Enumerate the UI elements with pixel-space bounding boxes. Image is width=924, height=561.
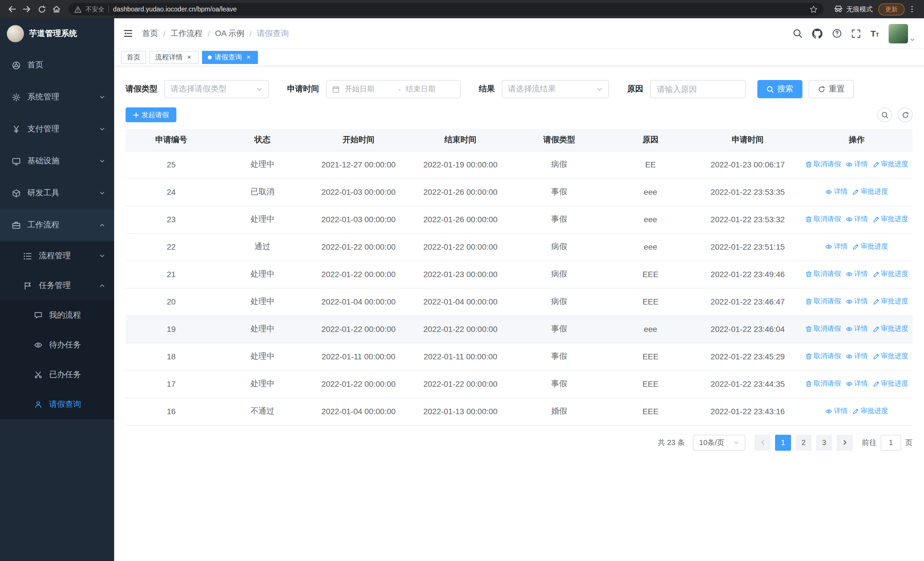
detail-action[interactable]: 详情 [846,379,868,389]
browser-back-icon[interactable] [4,2,20,17]
detail-action[interactable]: 详情 [846,352,868,361]
page-size-select[interactable]: 10条/页 [693,435,746,450]
tab-home[interactable]: 首页 [121,51,146,64]
create-leave-button[interactable]: 发起请假 [126,107,176,122]
sidebar-item-payment[interactable]: 支付管理 [0,113,114,145]
cell-apply-time: 2022-01-22 23:53:32 [694,206,801,233]
approval-progress-action[interactable]: 审批进度 [872,379,908,389]
detail-action[interactable]: 详情 [825,242,848,252]
reset-button[interactable]: 重置 [809,80,854,98]
approval-progress-action[interactable]: 审批进度 [852,242,888,252]
sidebar-item-leave-query[interactable]: 请假查询 [0,390,114,419]
collapse-sidebar-icon[interactable] [123,29,133,38]
browser-reload-icon[interactable] [34,2,49,17]
cancel-leave-action[interactable]: 取消请假 [805,379,841,389]
user-avatar [889,24,908,43]
user-icon [33,400,43,409]
cancel-leave-action[interactable]: 取消请假 [805,352,841,361]
breadcrumb-item-workflow[interactable]: 工作流程 [171,28,202,39]
page-button-3[interactable]: 3 [816,435,832,450]
approval-progress-action[interactable]: 审批进度 [872,160,908,169]
page-button-2[interactable]: 2 [796,435,812,450]
url-text[interactable]: dashboard.yudao.iocoder.cn/bpm/oa/leave [113,6,805,12]
leave-type-select[interactable]: 请选择请假类型 [164,80,269,98]
cancel-leave-action[interactable]: 取消请假 [805,269,841,279]
toggle-search-button[interactable] [877,107,892,122]
detail-action[interactable]: 详情 [846,324,868,334]
prev-page-button[interactable] [754,435,771,450]
approval-progress-action[interactable]: 审批进度 [852,187,888,197]
detail-action[interactable]: 详情 [825,187,848,197]
sidebar-item-home[interactable]: 首页 [0,49,114,81]
approval-progress-action[interactable]: 审批进度 [872,297,908,307]
detail-action[interactable]: 详情 [825,406,848,416]
result-select[interactable]: 请选择流结果 [502,80,609,98]
tab-process-detail[interactable]: 流程详情 × [150,51,199,64]
refresh-table-button[interactable] [898,107,913,122]
apply-time-range-picker[interactable]: 开始日期 - 结束日期 [326,80,460,98]
detail-action[interactable]: 详情 [846,297,868,307]
trash-icon [805,161,812,168]
approval-progress-action[interactable]: 审批进度 [872,215,908,224]
page-button-1[interactable]: 1 [775,435,791,450]
cell-apply-time: 2022-01-22 23:46:04 [694,315,801,343]
sidebar-item-workflow[interactable]: 工作流程 [0,209,114,241]
update-button[interactable]: 更新 [878,3,904,15]
detail-action[interactable]: 详情 [846,269,868,279]
filter-bar: 请假类型 请选择请假类型 申请时间 [126,80,913,98]
app-logo[interactable]: 芋道管理系统 [0,18,114,49]
eye-icon [846,381,852,387]
font-size-icon[interactable]: TT [871,29,879,38]
cell-apply-time: 2022-01-22 23:53:35 [694,178,801,206]
cell-reason: EEE [606,343,694,370]
close-tab-icon[interactable]: × [245,54,252,61]
cancel-leave-action[interactable]: 取消请假 [805,324,841,334]
sidebar-item-done-tasks[interactable]: 已办任务 [0,360,114,390]
address-bar[interactable]: 不安全 dashboard.yudao.iocoder.cn/bpm/oa/le… [69,3,824,15]
browser-home-icon[interactable] [49,2,64,17]
approval-progress-action[interactable]: 审批进度 [872,352,908,361]
eye-icon [825,408,832,415]
breadcrumb-item-home[interactable]: 首页 [142,28,158,39]
sidebar-item-todo-tasks[interactable]: 待办任务 [0,330,114,360]
fullscreen-icon[interactable] [852,29,861,38]
detail-action[interactable]: 详情 [846,160,868,169]
search-icon[interactable] [793,29,803,38]
cell-actions: 取消请假详情审批进度 [801,288,913,315]
browser-forward-icon[interactable] [20,2,34,17]
github-icon[interactable] [812,28,823,39]
approval-progress-action[interactable]: 审批进度 [872,269,908,279]
start-date-placeholder: 开始日期 [345,84,393,94]
create-leave-label: 发起请假 [141,110,169,120]
cancel-leave-action[interactable]: 取消请假 [805,297,841,307]
approval-progress-action[interactable]: 审批进度 [872,324,908,334]
breadcrumb-separator: / [163,29,165,38]
browser-menu-icon[interactable] [904,2,920,17]
sidebar-item-task-mgmt[interactable]: 任务管理 [0,271,114,301]
table-header-row: 申请编号 状态 开始时间 结束时间 请假类型 原因 申请时间 操作 [126,129,913,151]
sidebar-item-my-process[interactable]: 我的流程 [0,301,114,330]
cancel-leave-action[interactable]: 取消请假 [805,160,841,169]
goto-page-input[interactable] [880,435,901,450]
tab-leave-query[interactable]: 请假查询 × [202,51,258,64]
reason-input[interactable] [650,80,746,98]
cancel-leave-action[interactable]: 取消请假 [805,215,841,224]
bookmark-star-icon[interactable] [809,5,818,14]
help-icon[interactable] [832,29,842,38]
col-header-end: 结束时间 [409,129,512,151]
trash-icon [805,326,812,332]
tab-label: 首页 [127,53,140,62]
next-page-button[interactable] [837,435,853,450]
sidebar-item-label: 我的流程 [49,310,105,320]
user-menu[interactable] [889,24,915,43]
search-button[interactable]: 搜索 [758,80,802,98]
edit-icon [852,244,859,250]
close-tab-icon[interactable]: × [186,54,193,61]
detail-action[interactable]: 详情 [846,215,868,224]
approval-progress-action[interactable]: 审批进度 [852,406,888,416]
sidebar-item-infra[interactable]: 基础设施 [0,145,114,177]
sidebar-item-process-mgmt[interactable]: 流程管理 [0,241,114,271]
sidebar-item-system[interactable]: 系统管理 [0,81,114,113]
sidebar-item-devtools[interactable]: 研发工具 [0,177,114,209]
breadcrumb-item-oa-example[interactable]: OA 示例 [215,28,244,39]
